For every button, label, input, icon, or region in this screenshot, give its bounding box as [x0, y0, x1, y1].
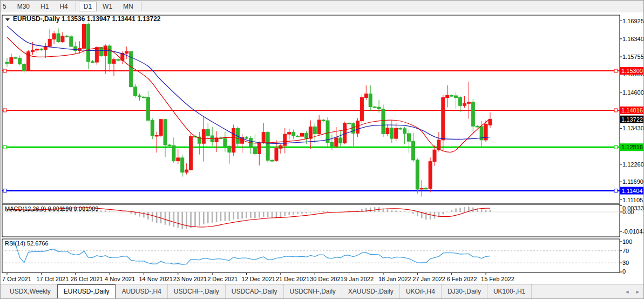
candle	[411, 141, 415, 160]
date-axis-label: 26 Oct 2021	[71, 276, 103, 282]
hline-anchor[interactable]	[614, 109, 618, 112]
candle	[360, 97, 363, 121]
panes	[2, 15, 620, 273]
price-axis-label: 1.11105	[622, 197, 643, 203]
timeframe-button-m30[interactable]: M30	[12, 2, 35, 11]
chart-tab-xauusd-daily[interactable]: XAUUSD-,Daily	[342, 284, 400, 298]
candle	[279, 145, 282, 148]
price-chart-svg[interactable]: EURUSD-,Daily 1.13536 1.13947 1.13441 1.…	[1, 12, 644, 285]
svg-text:1.12816: 1.12816	[621, 144, 643, 150]
price-badge-1.11404: 1.11404	[620, 187, 644, 195]
candle	[463, 103, 466, 105]
rsi-axis-label: 70	[622, 248, 629, 254]
chart-tab-dj30-daily[interactable]: DJ30-,Daily	[442, 284, 487, 298]
toolbar-separator	[141, 2, 141, 11]
hline-anchor[interactable]	[614, 69, 618, 72]
candle	[330, 142, 334, 146]
candle	[471, 102, 474, 126]
timeframe-button-5[interactable]: 5	[1, 2, 11, 11]
candle	[164, 119, 167, 145]
chart-tab-usdx-weekly[interactable]: USDX,Weekly	[4, 284, 57, 298]
candle	[369, 94, 372, 107]
tabs-scroll-right-icon[interactable]: ▸	[636, 288, 639, 295]
candle	[35, 49, 38, 50]
toolbar-separator	[76, 2, 76, 11]
price-axis-label: 1.15755	[622, 54, 644, 60]
candle	[442, 97, 445, 139]
candle	[253, 147, 256, 154]
macd-axis-label: -0.010439	[622, 228, 644, 235]
candle	[283, 134, 287, 145]
price-badge-1.15300: 1.15300	[620, 67, 644, 75]
candle	[313, 127, 316, 134]
candle	[288, 132, 291, 134]
candle	[223, 138, 227, 146]
hline-anchor[interactable]	[3, 145, 6, 149]
price-axis-label: 1.12260	[622, 161, 644, 168]
hline-anchor[interactable]	[614, 189, 618, 192]
candle	[23, 64, 26, 71]
hline-anchor[interactable]	[3, 189, 6, 192]
tabs-scroll-left-icon[interactable]: ◂	[626, 288, 629, 295]
candle	[189, 136, 193, 170]
hline-anchor[interactable]	[3, 69, 6, 72]
candle	[455, 96, 458, 97]
chart-tab-usdcad-daily[interactable]: USDCAD-,Daily	[226, 284, 284, 298]
date-axis-label: 12 Dec 2021	[242, 276, 275, 282]
candle	[364, 94, 368, 98]
chart-tab-audusd-h4[interactable]: AUDUSD-,H4	[116, 284, 167, 298]
candle	[420, 188, 423, 189]
mt4-chart-window: 5M30H1H4D1W1MN EURUSD-,Daily 1.13536 1.1…	[0, 0, 644, 299]
chart-tab-ukoil-h4[interactable]: UKOil-,H4	[400, 284, 442, 298]
hline-anchor[interactable]	[614, 145, 618, 149]
chart-tab-usdcnh-daily[interactable]: USDCNH-,Daily	[284, 284, 342, 298]
candle	[159, 119, 162, 136]
candle	[99, 48, 103, 56]
svg-text:1.13722: 1.13722	[621, 116, 643, 123]
rsi-axis-label: 100	[622, 238, 632, 245]
chart-tab-uk100-h1[interactable]: UK100-,H1	[487, 284, 532, 298]
svg-text:1.14016: 1.14016	[621, 107, 643, 114]
candle	[292, 132, 295, 136]
candle	[339, 138, 342, 143]
candle	[91, 62, 94, 63]
candle	[335, 138, 338, 146]
candle	[390, 128, 394, 138]
timeframe-button-h1[interactable]: H1	[36, 2, 53, 11]
candle	[95, 48, 98, 62]
candle	[373, 107, 376, 108]
candle	[403, 129, 406, 134]
candle	[83, 24, 86, 48]
price-badge-1.14016: 1.14016	[620, 107, 644, 114]
candle	[459, 97, 462, 105]
candle	[322, 120, 325, 121]
main-pane[interactable]	[2, 15, 620, 203]
macd-axis-label: 0.00	[622, 209, 634, 215]
chart-tab-eurusd-daily[interactable]: EURUSD-,Daily	[57, 284, 116, 298]
timeframe-button-w1[interactable]: W1	[98, 2, 117, 11]
timeframe-button-d1[interactable]: D1	[79, 2, 97, 11]
hline-anchor[interactable]	[3, 109, 6, 112]
candle	[232, 128, 235, 152]
rsi-label: RSI(14) 52.6766	[5, 240, 49, 247]
chart-tab-usdchf-daily[interactable]: USDCHF-,Daily	[168, 284, 226, 298]
chart-area[interactable]: EURUSD-,Daily 1.13536 1.13947 1.13441 1.…	[1, 12, 644, 285]
candle	[270, 160, 274, 161]
timeframe-button-mn[interactable]: MN	[118, 2, 138, 11]
candle	[304, 133, 308, 138]
date-axis-label: 9 Jan 2022	[344, 276, 374, 282]
rsi-axis-label: 30	[622, 260, 629, 266]
date-axis-label: 4 Nov 2021	[105, 276, 135, 282]
date-axis-label: 23 Nov 2021	[173, 276, 207, 282]
timeframe-button-h4[interactable]: H4	[55, 2, 72, 11]
candle	[206, 130, 209, 136]
candle	[489, 119, 492, 125]
chart-header: EURUSD-,Daily 1.13536 1.13947 1.13441 1.…	[5, 15, 161, 23]
candle	[275, 148, 278, 161]
svg-text:1.11404: 1.11404	[622, 188, 643, 194]
candle	[86, 24, 90, 61]
candle	[407, 134, 410, 141]
candle	[257, 143, 261, 154]
candle	[429, 162, 432, 189]
candle	[467, 102, 470, 103]
